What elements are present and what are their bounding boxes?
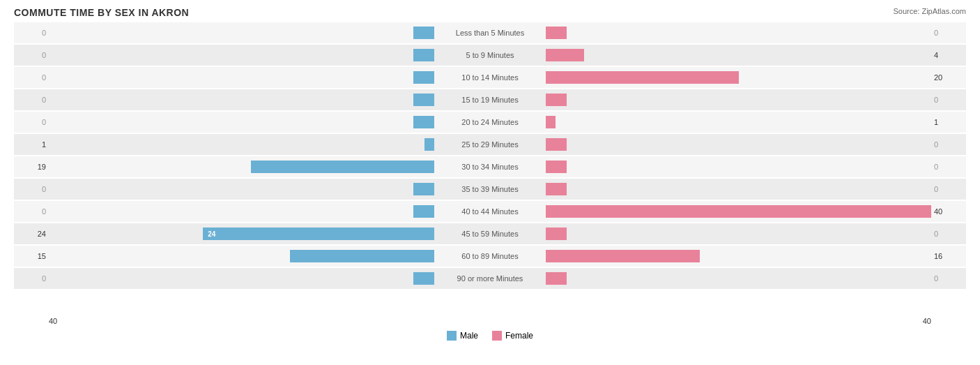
male-bar [290, 250, 434, 262]
male-bar: 24 [203, 228, 434, 240]
female-value: 0 [931, 96, 966, 104]
bars-container: 30 to 34 Minutes [49, 156, 931, 177]
source-label: Source: ZipAtlas.com [893, 7, 966, 15]
row-label: 35 to 39 Minutes [434, 185, 546, 193]
row-label: 45 to 59 Minutes [434, 230, 546, 238]
chart-row: 1930 to 34 Minutes0 [14, 156, 966, 177]
male-value: 0 [14, 207, 49, 216]
female-bar-stub [546, 183, 567, 195]
female-value: 40 [931, 207, 966, 216]
female-bar-stub [546, 228, 567, 240]
female-bar [546, 116, 556, 128]
legend-male-label: Male [460, 331, 478, 341]
male-value: 0 [14, 118, 49, 126]
bars-container: 40 to 44 Minutes [49, 201, 931, 222]
row-label: 40 to 44 Minutes [434, 207, 546, 216]
male-bar-area [49, 26, 434, 40]
male-bar-stub [413, 272, 434, 285]
male-bar-stub [413, 205, 434, 218]
female-value: 16 [931, 252, 966, 260]
male-bar [251, 161, 434, 173]
female-bar-area [546, 227, 931, 241]
chart-container: COMMUTE TIME BY SEX IN AKRON Source: Zip… [0, 0, 980, 365]
bars-container: 10 to 14 Minutes [49, 67, 931, 88]
male-value: 0 [14, 73, 49, 82]
female-bar-area [546, 93, 931, 107]
female-value: 0 [931, 230, 966, 238]
axis-left-label: 40 [14, 317, 57, 325]
row-label: 90 or more Minutes [434, 274, 546, 283]
row-label: 30 to 34 Minutes [434, 163, 546, 171]
female-value: 0 [931, 274, 966, 283]
bars-container: Less than 5 Minutes [49, 22, 931, 43]
male-value: 19 [14, 163, 49, 171]
female-bar-area [546, 70, 931, 84]
male-bar-area [49, 48, 434, 62]
legend: Male Female [14, 331, 966, 341]
male-bar-stub [413, 183, 434, 195]
male-value: 0 [14, 29, 49, 37]
bars-container: 60 to 89 Minutes [49, 246, 931, 267]
chart-area: 0Less than 5 Minutes005 to 9 Minutes4010… [14, 22, 966, 315]
male-bar-area [49, 249, 434, 263]
chart-row: 125 to 29 Minutes0 [14, 134, 966, 155]
chart-row: 020 to 24 Minutes1 [14, 112, 966, 133]
bars-container: 2445 to 59 Minutes [49, 223, 931, 244]
male-bar-area [49, 115, 434, 129]
female-bar-area [546, 160, 931, 174]
female-bar [546, 205, 931, 218]
male-value: 15 [14, 252, 49, 260]
female-value: 4 [931, 51, 966, 59]
row-label: 60 to 89 Minutes [434, 252, 546, 260]
chart-row: 035 to 39 Minutes0 [14, 179, 966, 200]
male-bar-area [49, 182, 434, 196]
chart-row: 015 to 19 Minutes0 [14, 89, 966, 110]
chart-title: COMMUTE TIME BY SEX IN AKRON [14, 7, 966, 18]
legend-female-box [492, 331, 502, 341]
legend-male: Male [447, 331, 478, 341]
female-bar-stub [546, 161, 567, 173]
male-bar-area [49, 137, 434, 151]
female-value: 0 [931, 163, 966, 171]
male-bar-area [49, 70, 434, 84]
row-label: Less than 5 Minutes [434, 29, 546, 37]
row-label: 25 to 29 Minutes [434, 140, 546, 149]
chart-row: 242445 to 59 Minutes0 [14, 223, 966, 244]
female-bar [546, 49, 584, 61]
male-bar-stub [413, 27, 434, 39]
male-bar-stub [413, 116, 434, 128]
legend-male-box [447, 331, 457, 341]
bars-container: 20 to 24 Minutes [49, 112, 931, 133]
bars-container: 15 to 19 Minutes [49, 89, 931, 110]
female-bar-stub [546, 272, 567, 285]
female-bar [546, 71, 739, 84]
female-value: 20 [931, 73, 966, 82]
female-value: 1 [931, 118, 966, 126]
female-value: 0 [931, 140, 966, 149]
legend-female: Female [492, 331, 533, 341]
male-value: 0 [14, 185, 49, 193]
chart-row: 0Less than 5 Minutes0 [14, 22, 966, 43]
bars-container: 5 to 9 Minutes [49, 45, 931, 66]
male-value: 0 [14, 274, 49, 283]
male-bar-area [49, 204, 434, 218]
row-label: 15 to 19 Minutes [434, 96, 546, 104]
female-bar-area [546, 182, 931, 196]
male-bar-stub [413, 71, 434, 84]
chart-row: 090 or more Minutes0 [14, 268, 966, 289]
chart-row: 040 to 44 Minutes40 [14, 201, 966, 222]
male-bar-area: 24 [49, 227, 434, 241]
female-bar-stub [546, 94, 567, 106]
axis-right-label: 40 [923, 317, 966, 325]
male-bar-stub [413, 49, 434, 61]
female-value: 0 [931, 29, 966, 37]
male-value: 1 [14, 140, 49, 149]
female-bar [546, 250, 700, 262]
male-bar-area [49, 271, 434, 285]
male-bar-area [49, 160, 434, 174]
female-bar-area [546, 249, 931, 263]
row-label: 20 to 24 Minutes [434, 118, 546, 126]
chart-row: 1560 to 89 Minutes16 [14, 246, 966, 267]
female-bar-area [546, 26, 931, 40]
female-bar-area [546, 204, 931, 218]
